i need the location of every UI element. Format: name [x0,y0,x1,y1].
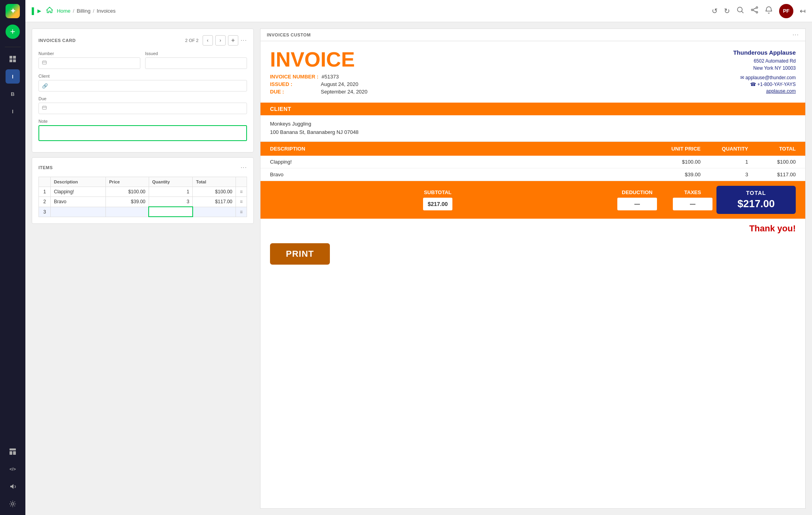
invoice-number-row: INVOICE NUMBER : #51373 [270,74,702,80]
sidebar-item-info1[interactable]: I [6,69,20,84]
breadcrumb-billing[interactable]: Billing [77,8,90,14]
deduction-col: DEDUCTION — [605,189,669,210]
row3-price[interactable] [106,207,149,217]
breadcrumb: Home / Billing / Invoices [57,8,115,14]
invoice-issued-row: ISSUED : August 24, 2020 [270,81,702,87]
issued-input[interactable]: 2020-08-24 [145,57,247,69]
item2-unit-price: $39.00 [637,172,701,177]
due-field[interactable]: 2020-09-24 [49,105,243,111]
note-textarea[interactable] [38,125,247,141]
breadcrumb-invoices[interactable]: Invoices [97,8,116,14]
invoice-big-title: INVOICE [270,49,702,70]
item1-unit-price: $100.00 [637,159,701,165]
sidebar-toggle-button[interactable]: ▌► [32,8,42,15]
due-input[interactable]: 2020-09-24 [38,103,247,114]
prev-record-button[interactable]: ‹ [203,35,213,46]
add-button[interactable]: + [6,25,20,39]
notifications-button[interactable] [765,6,773,16]
issued-label: Issued [145,51,247,56]
row3-description[interactable] [51,207,106,217]
row2-edit-button[interactable]: ≡ [240,199,243,204]
item1-description: Clapping! [270,159,637,165]
row1-price[interactable]: $100.00 [106,187,149,197]
col-description: Description [51,177,106,187]
undo-button[interactable]: ↺ [712,7,718,15]
items-panel: ITEMS ··· Description Price Quantity Tot… [32,157,254,224]
breadcrumb-sep2: / [93,8,94,14]
grand-total-label: TOTAL [723,190,789,196]
deduction-label: DEDUCTION [622,189,652,195]
sidebar-item-code[interactable]: </> [6,462,20,476]
sidebar: ✦ + I B I </> [0,0,25,515]
invoices-card-header: INVOICES Card 2 OF 2 ‹ › + ··· [38,35,247,46]
row2-quantity[interactable]: 3 [149,197,193,207]
invoice-items-header: DESCRIPTION UNIT PRICE QUANTITY TOTAL [260,142,805,156]
due-row: Due 2020-09-24 [38,96,247,114]
next-record-button[interactable]: › [215,35,226,46]
note-row: Note [38,119,247,141]
sidebar-item-announce[interactable] [6,479,20,494]
invoice-title-block: INVOICE INVOICE NUMBER : #51373 ISSUED :… [270,49,702,96]
client-section-header: CLIENT [260,103,805,115]
row1-description[interactable]: Clapping! [51,187,106,197]
print-button[interactable]: PRINT [270,243,330,265]
client-input[interactable]: 🔗 Monkeys Juggling [38,80,247,92]
deduction-value: — [617,198,657,210]
row2-action[interactable]: ≡ [236,197,247,207]
invoice-preview-more-button[interactable]: ··· [793,31,799,38]
row3-action[interactable]: ≡ [236,207,247,217]
invoice-number-label: INVOICE NUMBER : [270,74,318,80]
invoice-issued-label: ISSUED : [270,81,318,87]
sidebar-item-layout[interactable] [6,444,20,459]
invoice-totals: SUBTOTAL $217.00 DEDUCTION — TAXES — TOT… [260,181,805,219]
card-more-button[interactable]: ··· [241,37,247,44]
row3-quantity[interactable] [149,207,193,217]
row1-action[interactable]: ≡ [236,187,247,197]
row1-total: $100.00 [193,187,236,197]
topbar: ▌► Home / Billing / Invoices ↺ ↻ [25,0,812,22]
col-price: Price [106,177,149,187]
svg-point-9 [751,9,753,11]
number-input[interactable]: 51373 [38,57,140,69]
redo-button[interactable]: ↻ [724,7,730,15]
company-contact: ✉ applause@thunder.com ☎ +1-800-YAY-YAYS… [709,75,796,94]
left-panel: INVOICES Card 2 OF 2 ‹ › + ··· Number [32,29,254,509]
number-field[interactable]: 51373 [49,60,137,66]
invoices-card-controls: 2 OF 2 ‹ › + ··· [185,35,247,46]
invoice-thankyou: Thank you! [260,219,805,238]
client-field[interactable]: Monkeys Juggling [50,83,243,89]
share-button[interactable] [751,6,758,16]
search-button[interactable] [736,6,744,16]
issued-field[interactable]: 2020-08-24 [149,60,243,66]
client-address: 100 Banana St, Bananaberg NJ 07048 [270,128,796,137]
company-website-row: applause.com [709,88,796,94]
number-label: Number [38,51,140,56]
sidebar-item-grid[interactable] [6,52,20,66]
sidebar-item-info2[interactable]: I [6,104,20,118]
user-avatar[interactable]: PF [779,4,793,18]
row1-quantity[interactable]: 1 [149,187,193,197]
svg-rect-6 [13,451,16,455]
due-group: Due 2020-09-24 [38,96,247,114]
number-input-icon [42,60,47,66]
due-label: Due [38,96,247,101]
invoices-card-count: 2 OF 2 [185,38,199,43]
breadcrumb-home[interactable]: Home [57,8,71,14]
sidebar-item-billing[interactable]: B [6,87,20,101]
row1-edit-button[interactable]: ≡ [240,189,243,195]
invoices-card: INVOICES Card 2 OF 2 ‹ › + ··· Number [32,29,254,153]
invoice-client-body: Monkeys Juggling 100 Banana St, Bananabe… [260,115,805,142]
item1-total: $100.00 [748,159,796,165]
items-panel-header: ITEMS ··· [38,164,247,171]
row2-price[interactable]: $39.00 [106,197,149,207]
client-link-icon: 🔗 [42,83,48,89]
invoice-due-row: DUE : September 24, 2020 [270,89,702,95]
collapse-button[interactable]: ↤ [800,7,806,15]
sidebar-item-settings[interactable] [6,497,20,511]
items-more-button[interactable]: ··· [241,164,247,171]
client-name: Monkeys Juggling [270,120,796,128]
row2-description[interactable]: Bravo [51,197,106,207]
add-record-button[interactable]: + [228,35,238,46]
svg-point-7 [11,503,14,505]
row3-edit-button[interactable]: ≡ [240,209,243,215]
